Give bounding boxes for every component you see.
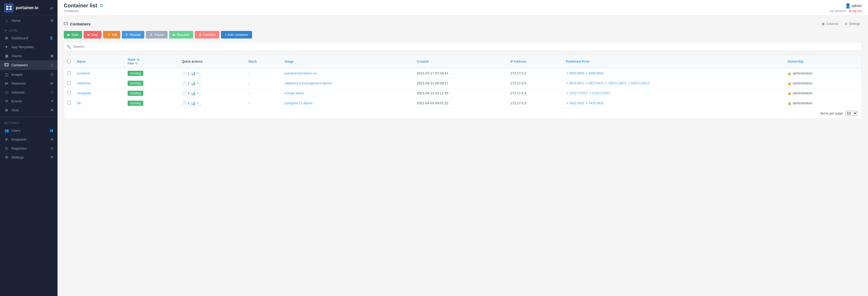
port-link[interactable]: ↗ 15672:15672 bbox=[627, 81, 649, 85]
add-container-button[interactable]: + Add container bbox=[221, 31, 252, 38]
state-badge: running bbox=[128, 81, 143, 86]
sidebar-item-users[interactable]: 👥 Users 👥 bbox=[0, 126, 58, 135]
stats-icon[interactable]: 📊 bbox=[191, 91, 195, 96]
sidebar-item-containers[interactable]: Containers ⬡ bbox=[0, 60, 58, 70]
sidebar-item-home[interactable]: ⌂ Home ⊞ bbox=[0, 16, 58, 25]
state-badge: running bbox=[128, 101, 143, 106]
container-name-link[interactable]: rabbitmq bbox=[77, 81, 90, 85]
restart-button[interactable]: ↻ Restart bbox=[122, 31, 144, 38]
ownership-icon: 🔒 bbox=[787, 81, 792, 85]
name-header[interactable]: Name bbox=[74, 55, 124, 68]
console-icon[interactable]: >_ bbox=[197, 81, 201, 85]
console-icon[interactable]: >_ bbox=[197, 101, 201, 105]
sidebar-item-dashboard[interactable]: ⊞ Dashboard 👤 bbox=[0, 33, 58, 43]
logs-icon[interactable]: 📄 bbox=[182, 71, 186, 76]
image-header[interactable]: Image bbox=[281, 55, 413, 68]
kill-button[interactable]: ⚡ Kill bbox=[103, 31, 120, 38]
items-per-page-select[interactable]: 10 25 50 100 bbox=[845, 111, 857, 116]
ownership-label: administrators bbox=[793, 72, 812, 75]
state-header[interactable]: State ⇅ Filter ▽ bbox=[124, 55, 179, 68]
stack-header[interactable]: Stack bbox=[245, 55, 281, 68]
row-stack-cell: - bbox=[245, 88, 281, 98]
ip-address-header[interactable]: IP Address bbox=[507, 55, 563, 68]
port-link[interactable]: ↗ 27017:27017 bbox=[566, 91, 587, 95]
resume-button[interactable]: ▶ Resume bbox=[169, 31, 193, 38]
ownership-header[interactable]: Ownership bbox=[784, 55, 862, 68]
inspect-icon[interactable]: ℹ bbox=[188, 101, 189, 105]
row-ports-cell: ↗ 27017:27017↗ 27017:27017 bbox=[563, 88, 784, 98]
image-link[interactable]: rabbitmq:3-management-alpine bbox=[284, 81, 332, 85]
sidebar-item-events[interactable]: ↺ Events ↺ bbox=[0, 97, 58, 106]
pause-button[interactable]: ⏸ Pause bbox=[146, 31, 167, 38]
row-checkbox-cell bbox=[64, 68, 74, 78]
sidebar-item-registries[interactable]: ⊙ Registries ⊙ bbox=[0, 144, 58, 153]
sidebar-item-volumes[interactable]: ⬡ Volumes ⬡ bbox=[0, 88, 58, 97]
sidebar-item-images[interactable]: ◫ Images ◫ bbox=[0, 70, 58, 79]
sidebar-item-app-templates[interactable]: ✈ App Templates bbox=[0, 43, 58, 51]
image-link[interactable]: postgres:11-alpine bbox=[284, 101, 312, 105]
log-out-link[interactable]: ⊗ log out bbox=[849, 9, 862, 13]
svg-rect-0 bbox=[4, 3, 13, 12]
port-link[interactable]: ↗ 5672:5672 bbox=[585, 81, 603, 85]
table-footer: Items per page 10 25 50 100 bbox=[64, 108, 862, 118]
settings-gear-icon: ⚙ bbox=[845, 22, 847, 26]
sidebar-item-host[interactable]: ⊞ Host ⊞ bbox=[0, 106, 58, 114]
published-ports-header[interactable]: Published Ports bbox=[563, 55, 784, 68]
items-per-page-label: Items per page bbox=[820, 111, 843, 115]
inspect-icon[interactable]: ℹ bbox=[188, 81, 189, 85]
port-link[interactable]: ↗ 9000:9000 bbox=[566, 72, 584, 75]
sidebar-item-stacks[interactable]: ▦ Stacks ▦ bbox=[0, 51, 58, 60]
port-link[interactable]: ↗ 27017:27017 bbox=[589, 91, 611, 95]
row-ports-cell: ↗ 5672:5672↗ 5672:5672↗ 15672:15672↗ 156… bbox=[563, 78, 784, 88]
stats-icon[interactable]: 📊 bbox=[191, 81, 195, 85]
created-header[interactable]: Created bbox=[413, 55, 507, 68]
search-bar: 🔍 bbox=[64, 42, 862, 51]
port-link[interactable]: ↗ 5672:5672 bbox=[566, 81, 584, 85]
search-input[interactable] bbox=[64, 42, 862, 51]
svg-rect-2 bbox=[6, 8, 8, 10]
logs-icon[interactable]: 📄 bbox=[182, 101, 186, 105]
home-icon: ⌂ bbox=[4, 18, 9, 23]
state-filter-icon[interactable]: ▽ bbox=[135, 62, 137, 65]
container-name-link[interactable]: db bbox=[77, 101, 81, 105]
container-name-link[interactable]: mongodb bbox=[77, 91, 91, 95]
row-ports-cell: ↗ 9000:9000↗ 9000:9000 bbox=[563, 68, 784, 78]
image-link[interactable]: portainer/portainer-ce bbox=[284, 71, 317, 75]
row-checkbox-cell bbox=[64, 88, 74, 98]
inspect-icon[interactable]: ℹ bbox=[188, 71, 189, 76]
console-icon[interactable]: >_ bbox=[197, 91, 201, 96]
refresh-icon[interactable]: ↻ bbox=[100, 3, 103, 8]
console-icon[interactable]: >_ bbox=[197, 71, 201, 76]
row-image-cell: postgres:11-alpine bbox=[281, 98, 413, 108]
row-created-cell: 2021-07-17 07:34:41 bbox=[413, 68, 507, 78]
sidebar-item-endpoints[interactable]: ⊛ Endpoints ⊛ bbox=[0, 135, 58, 144]
port-link[interactable]: ↗ 5432:5432 bbox=[585, 101, 603, 105]
search-icon: 🔍 bbox=[66, 45, 71, 49]
port-link[interactable]: ↗ 15672:15672 bbox=[605, 81, 626, 85]
select-all-checkbox[interactable] bbox=[67, 59, 71, 63]
stop-button[interactable]: ■ Stop bbox=[84, 31, 101, 38]
start-button[interactable]: ▶ Start bbox=[64, 31, 82, 38]
logout-icon: ⊗ bbox=[849, 9, 851, 13]
inspect-icon[interactable]: ℹ bbox=[188, 91, 189, 96]
logs-icon[interactable]: 📄 bbox=[182, 91, 186, 96]
row-checkbox[interactable] bbox=[67, 81, 71, 85]
sidebar-item-settings[interactable]: ⚙ Settings ⚙ bbox=[0, 153, 58, 162]
containers-table: Name State ⇅ Filter ▽ Quick actions St bbox=[64, 55, 862, 119]
row-checkbox[interactable] bbox=[67, 91, 71, 95]
table-settings-button[interactable]: ⚙ Settings bbox=[843, 21, 862, 27]
stats-icon[interactable]: 📊 bbox=[191, 71, 195, 76]
stats-icon[interactable]: 📊 bbox=[191, 101, 195, 105]
columns-button[interactable]: ▦ Columns bbox=[820, 21, 840, 27]
sidebar-logo[interactable]: portainer.io ⇄ bbox=[0, 0, 58, 16]
port-link[interactable]: ↗ 5432:5432 bbox=[566, 101, 584, 105]
remove-button[interactable]: 🗑 Remove bbox=[195, 31, 219, 38]
row-checkbox[interactable] bbox=[67, 101, 71, 105]
container-name-link[interactable]: portainer bbox=[77, 71, 90, 75]
sidebar-item-networks[interactable]: ⋈ Networks ⋈ bbox=[0, 79, 58, 88]
image-link[interactable]: mongo:latest bbox=[284, 91, 304, 95]
logs-icon[interactable]: 📄 bbox=[182, 81, 186, 85]
my-account-link[interactable]: my account bbox=[830, 9, 846, 13]
port-link[interactable]: ↗ 9000:9000 bbox=[585, 72, 603, 75]
row-checkbox[interactable] bbox=[67, 71, 71, 75]
